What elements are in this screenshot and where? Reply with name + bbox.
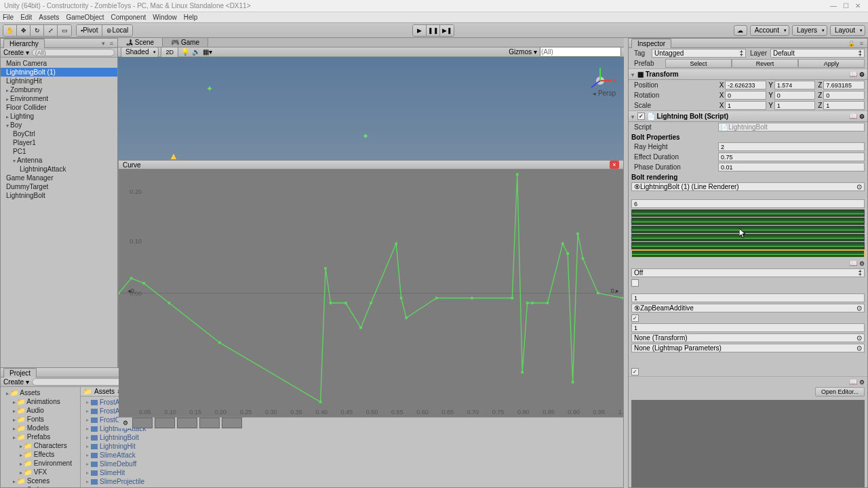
hierarchy-item[interactable]: Boy [1, 121, 117, 129]
2d-toggle[interactable]: 2D [161, 47, 178, 58]
hierarchy-item[interactable]: Antenna [1, 156, 117, 165]
curve-preset[interactable] [132, 418, 153, 428]
asset-item[interactable]: SlimeSelectRing [81, 486, 623, 487]
line-renderer-ref[interactable]: ⦿ LightningBolt (1) (Line Renderer) ⊙ [631, 182, 865, 191]
hierarchy-tree[interactable]: Main CameraLightningBolt (1)LightningHit… [1, 58, 117, 201]
layout-dropdown[interactable]: Layout [830, 25, 865, 36]
menu-help[interactable]: Help [184, 14, 198, 21]
tag-dropdown[interactable]: Untagged ‡ [652, 49, 746, 58]
menu-gameobject[interactable]: GameObject [66, 14, 104, 21]
folder-item[interactable]: 📁 Models [1, 424, 80, 432]
scale-x[interactable]: 1 [725, 101, 766, 110]
account-dropdown[interactable]: Account [750, 25, 789, 36]
curve-settings-icon[interactable] [123, 419, 128, 426]
game-tab[interactable]: 🎮 Game [163, 38, 208, 47]
folder-item[interactable]: 📁 Environment [1, 459, 80, 468]
project-tab[interactable]: Project [3, 368, 37, 378]
folder-item[interactable]: 📁 Scripts [1, 485, 80, 487]
asset-item[interactable]: LightningHit [81, 442, 623, 451]
inspector-tab[interactable]: Inspector [631, 39, 671, 48]
move-tool-icon[interactable]: ✥ [17, 25, 31, 36]
hierarchy-item[interactable]: Floor Collider [1, 103, 117, 112]
curve-preset[interactable] [199, 418, 220, 428]
panel-menu-icon[interactable]: ▾ ≡ [102, 40, 115, 47]
curve-preview-4[interactable] [631, 242, 865, 249]
pause-button[interactable]: ❚❚ [427, 25, 440, 36]
checkbox[interactable]: ✓ [631, 314, 639, 322]
one-field[interactable]: 1 [631, 293, 865, 302]
help-icon[interactable]: 📖 [849, 260, 857, 267]
menu-assets[interactable]: Assets [39, 14, 59, 21]
curve-preset[interactable] [177, 418, 197, 428]
hierarchy-item[interactable]: Environment [1, 94, 117, 103]
hierarchy-item[interactable]: Lighting [1, 112, 117, 121]
folder-item[interactable]: 📁 Animations [1, 397, 80, 406]
folder-item[interactable]: 📁 Fonts [1, 415, 80, 424]
effect-duration-field[interactable]: 0.75 [718, 152, 865, 161]
folder-item[interactable]: 📁 Prefabs [1, 432, 80, 441]
rect-tool-icon[interactable]: ▭ [58, 25, 71, 36]
hierarchy-item[interactable]: LightningBolt (1) [1, 68, 117, 77]
rotate-tool-icon[interactable]: ↻ [31, 25, 44, 36]
folder-item[interactable]: 📁 Assets [1, 388, 80, 397]
lightning-bolt-header[interactable]: ✓ 📄 Lightning Bolt (Script) 📖 [629, 110, 867, 122]
material-field[interactable]: ⦿ ZapBeamAdditive⊙ [631, 304, 865, 312]
hand-tool-icon[interactable]: ✋ [3, 25, 17, 36]
curve-preview-0[interactable] [631, 209, 865, 217]
pivot-toggle[interactable]: ▪ Pivot [77, 25, 102, 36]
gear-icon[interactable] [859, 70, 865, 78]
close-icon[interactable]: ✕ [852, 2, 864, 9]
component-enabled-checkbox[interactable]: ✓ [637, 113, 645, 120]
scene-fx-icon[interactable]: ▦▾ [203, 48, 212, 56]
step-button[interactable]: ▶❚ [440, 25, 454, 36]
curve-preview-2[interactable] [631, 226, 865, 233]
hierarchy-item[interactable]: LightningBolt [1, 191, 117, 200]
minimize-icon[interactable]: — [827, 2, 840, 9]
scale-z[interactable]: 1 [823, 101, 865, 110]
curve-preview-3[interactable] [631, 234, 865, 241]
hierarchy-item[interactable]: PC1 [1, 147, 117, 156]
layer-dropdown[interactable]: Default ‡ [770, 49, 865, 58]
layers-dropdown[interactable]: Layers [792, 25, 827, 36]
rot-z[interactable]: 0 [823, 91, 865, 100]
scale-y[interactable]: 1 [774, 101, 816, 110]
folder-item[interactable]: 📁 Audio [1, 406, 80, 415]
hierarchy-tab[interactable]: Hierarchy [3, 39, 45, 48]
hierarchy-item[interactable]: LightningHit [1, 77, 117, 85]
hierarchy-item[interactable]: BoyCtrl [1, 129, 117, 138]
scene-audio-icon[interactable]: 🔊 [192, 48, 200, 56]
hierarchy-item[interactable]: LightningAttack [1, 165, 117, 174]
scene-light-icon[interactable]: 💡 [181, 48, 189, 56]
curve-canvas[interactable]: 0.050.100.150.200.250.300.350.400.450.50… [119, 169, 623, 417]
checkbox[interactable]: ✓ [631, 368, 639, 375]
play-button[interactable]: ▶ [413, 25, 427, 36]
gizmos-dropdown[interactable]: Gizmos ▾ [509, 48, 537, 56]
transform-header[interactable]: ▦ Transform 📖 [629, 68, 867, 80]
folder-item[interactable]: 📁 Characters [1, 441, 80, 450]
curve-close-button[interactable]: × [610, 161, 619, 169]
asset-item[interactable]: SlimeProjectile [81, 477, 623, 486]
num-field[interactable]: 6 [631, 199, 865, 208]
folder-item[interactable]: 📁 VFX [1, 468, 80, 476]
curve-preview-1[interactable] [631, 218, 865, 225]
phase-duration-field[interactable]: 0.01 [718, 163, 865, 171]
help-icon[interactable]: 📖 [849, 70, 857, 78]
hierarchy-item[interactable]: Player1 [1, 138, 117, 147]
asset-item[interactable]: SlimeAttack [81, 451, 623, 460]
curve-preview-5[interactable] [631, 250, 865, 258]
folder-item[interactable]: 📁 Scenes [1, 476, 80, 485]
cloud-icon[interactable]: ☁ [734, 25, 747, 36]
one2-field[interactable]: 1 [631, 323, 865, 332]
scene-tab[interactable]: 🏞 Scene [118, 38, 163, 47]
prefab-apply-button[interactable]: Apply [798, 59, 865, 68]
local-toggle[interactable]: ⊚ Local [102, 25, 132, 36]
help-icon[interactable]: 📖 [849, 378, 857, 386]
pos-z[interactable]: 7.693185 [823, 81, 865, 89]
project-create-dropdown[interactable]: Create ▾ [3, 378, 29, 386]
hierarchy-search[interactable] [32, 49, 115, 56]
menu-edit[interactable]: Edit [20, 14, 32, 21]
prefab-select-button[interactable]: Select [665, 59, 732, 68]
scale-tool-icon[interactable]: ⤢ [44, 25, 58, 36]
rot-y[interactable]: 0 [774, 91, 816, 100]
transform-ref[interactable]: None (Transform)⊙ [631, 333, 865, 342]
